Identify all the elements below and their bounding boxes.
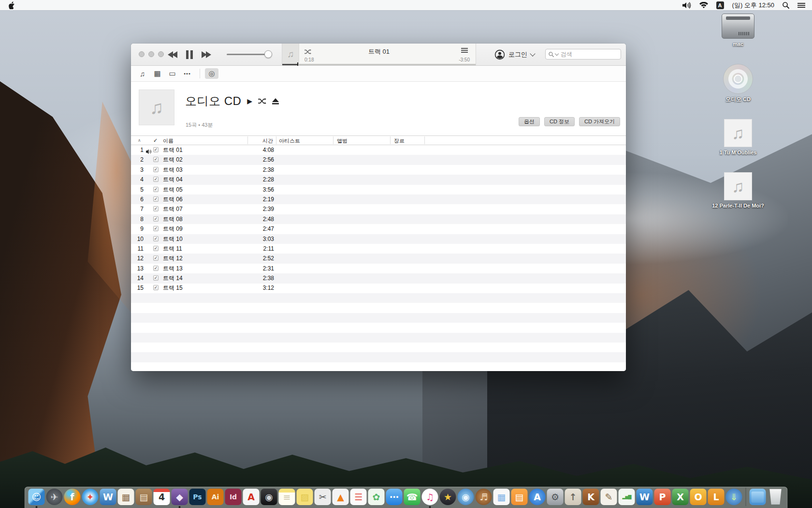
table-row[interactable]: 14 ✓ 트랙 14 2:38	[131, 273, 626, 283]
search-field[interactable]	[545, 49, 621, 60]
table-row[interactable]: 2 ✓ 트랙 02 2:56	[131, 155, 626, 164]
notification-center-icon[interactable]	[798, 2, 805, 8]
dock-icon[interactable]: Ps	[189, 489, 206, 505]
dock-icon[interactable]: K	[583, 489, 599, 505]
pause-button[interactable]	[186, 50, 193, 59]
close-button[interactable]	[139, 51, 145, 57]
dock-icon[interactable]: f	[64, 489, 81, 505]
dock-icon[interactable]: ◆	[172, 489, 188, 505]
volume-knob[interactable]	[264, 50, 272, 58]
track-checkbox[interactable]: ✓	[153, 236, 159, 241]
sort-arrow-icon[interactable]: ∧	[138, 138, 141, 143]
track-checkbox[interactable]: ✓	[153, 177, 159, 182]
table-row[interactable]: 9 ✓ 트랙 09 2:47	[131, 224, 626, 234]
dock-icon[interactable]: ✂	[315, 489, 331, 505]
table-row[interactable]: 5 ✓ 트랙 05 3:56	[131, 185, 626, 194]
table-row[interactable]: 12 ✓ 트랙 12 2:52	[131, 254, 626, 263]
table-row[interactable]: 1 ✓ 트랙 01 4:08	[131, 145, 626, 155]
desktop-icon[interactable]: ♫ 1 Tu M'Oublies	[711, 119, 765, 156]
cd-import-button[interactable]: CD 가져오기	[579, 117, 620, 126]
table-row[interactable]: 4 ✓ 트랙 04 2:28	[131, 175, 626, 184]
column-artist[interactable]: 아티스트	[279, 137, 300, 145]
track-checkbox[interactable]: ✓	[153, 246, 159, 251]
track-checkbox[interactable]: ✓	[153, 275, 159, 281]
dock-icon[interactable]: W	[637, 489, 653, 505]
tv-tab-icon[interactable]: ▭	[165, 69, 180, 78]
table-row[interactable]: 8 ✓ 트랙 08 2:48	[131, 214, 626, 224]
table-row[interactable]: 15 ✓ 트랙 15 3:12	[131, 283, 626, 293]
desktop-icon[interactable]: ♫ mac	[711, 14, 765, 47]
wifi-icon[interactable]	[699, 2, 708, 8]
dock-icon[interactable]: ♬	[476, 489, 492, 505]
dock-icon[interactable]: 4	[154, 489, 170, 505]
dock-icon[interactable]: A	[243, 489, 260, 505]
dock-icon[interactable]	[746, 488, 746, 506]
dock-icon[interactable]: ☎	[404, 489, 420, 505]
dock-icon[interactable]: ▦	[118, 489, 134, 505]
dock-icon[interactable]: X	[672, 489, 689, 505]
dock-icon[interactable]: A	[529, 489, 546, 505]
dock-icon[interactable]: L	[708, 489, 725, 505]
volume-slider[interactable]	[227, 54, 271, 55]
table-row[interactable]: 10 ✓ 트랙 10 3:03	[131, 234, 626, 244]
table-row[interactable]: 3 ✓ 트랙 03 2:38	[131, 165, 626, 175]
volume-icon[interactable]	[682, 2, 691, 9]
column-album[interactable]: 앨범	[337, 137, 348, 145]
table-row[interactable]: 13 ✓ 트랙 13 2:31	[131, 264, 626, 273]
dock-icon[interactable]: ▤	[511, 489, 528, 505]
track-checkbox[interactable]: ✓	[153, 226, 159, 231]
dock-icon[interactable]	[768, 489, 784, 505]
dock-icon[interactable]: ◉	[261, 489, 277, 505]
previous-button[interactable]	[168, 51, 177, 58]
table-row[interactable]: 11 ✓ 트랙 11 2:11	[131, 244, 626, 254]
shuffle-album-icon[interactable]	[258, 98, 266, 104]
dock-icon[interactable]: ▂▅▇	[619, 489, 635, 505]
more-tab-icon[interactable]: •••	[180, 71, 195, 76]
table-row[interactable]: 6 ✓ 트랙 06 2:19	[131, 194, 626, 204]
desktop-icon[interactable]: ♫ 12 Parle-T-Il De Moi?	[711, 172, 765, 209]
dock-icon[interactable]: ▦	[493, 489, 510, 505]
track-checkbox[interactable]: ✓	[153, 157, 159, 162]
track-checkbox[interactable]: ✓	[153, 216, 159, 222]
play-album-icon[interactable]: ▶	[247, 97, 252, 105]
dock-icon[interactable]: W	[100, 489, 116, 505]
music-tab-icon[interactable]: ♫	[135, 70, 150, 78]
dock-icon[interactable]: P	[654, 489, 671, 505]
input-source-icon[interactable]: A	[716, 1, 724, 9]
header-checkmark[interactable]: ✓	[153, 137, 158, 144]
track-checkbox[interactable]: ✓	[153, 206, 159, 211]
column-genre[interactable]: 장르	[394, 137, 405, 145]
zoom-button[interactable]	[158, 51, 164, 57]
search-input[interactable]	[560, 50, 618, 58]
column-name[interactable]: 이름	[163, 137, 174, 145]
dock-icon[interactable]: ♫	[422, 489, 438, 505]
track-checkbox[interactable]: ✓	[153, 187, 159, 192]
dock-icon[interactable]: ↑	[565, 489, 581, 505]
track-checkbox[interactable]: ✓	[153, 147, 159, 152]
track-checkbox[interactable]: ✓	[153, 196, 159, 202]
menu-clock[interactable]: (일) 오후 12:50	[732, 1, 774, 10]
dock-icon[interactable]: ◉	[458, 489, 474, 505]
table-row[interactable]: 7 ✓ 트랙 07 2:39	[131, 204, 626, 214]
login-button[interactable]: 로그인	[494, 44, 535, 65]
dock-icon[interactable]: ▨	[297, 489, 313, 505]
dock-icon[interactable]: O	[690, 489, 707, 505]
dock-icon[interactable]: ▲	[333, 489, 349, 505]
track-checkbox[interactable]: ✓	[153, 285, 159, 290]
track-checkbox[interactable]: ✓	[153, 266, 159, 271]
dock-icon[interactable]: ⋯	[386, 489, 403, 505]
dock-icon[interactable]: ☰	[350, 489, 367, 505]
dock-icon[interactable]	[750, 489, 766, 505]
spotlight-icon[interactable]	[783, 2, 789, 9]
dock-icon[interactable]: ≡	[279, 489, 295, 505]
options-button[interactable]: 옵션	[519, 117, 540, 126]
dock-icon[interactable]: ★	[440, 489, 456, 505]
movies-tab-icon[interactable]: ▦	[150, 69, 165, 78]
dock-icon[interactable]: ✎	[601, 489, 617, 505]
column-time[interactable]: 시간	[242, 137, 273, 145]
eject-icon[interactable]	[272, 98, 279, 105]
track-checkbox[interactable]: ✓	[153, 167, 159, 172]
cd-info-button[interactable]: CD 정보	[544, 117, 575, 126]
apple-menu-icon[interactable]	[9, 1, 15, 9]
next-button[interactable]	[202, 51, 211, 58]
